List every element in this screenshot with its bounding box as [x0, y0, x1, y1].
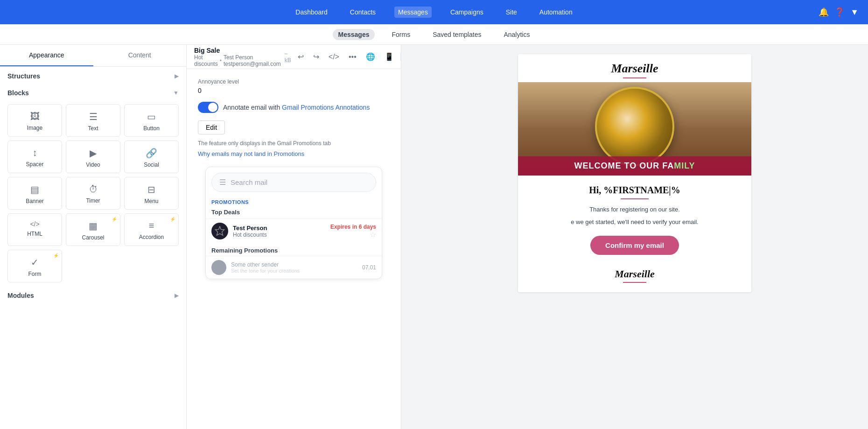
toolbar-title: Big Sale	[194, 47, 281, 54]
block-accordion-label: Accordion	[139, 234, 164, 240]
tab-content[interactable]: Content	[93, 45, 187, 66]
modules-arrow[interactable]: ▶	[175, 292, 179, 299]
settings-panel: Big Sale Hot discounts • Test Person tes…	[187, 45, 401, 429]
nav-messages[interactable]: Messages	[394, 7, 432, 18]
gmail-annotations-link[interactable]: Gmail Promotions Annotations	[282, 104, 370, 111]
block-text-label: Text	[88, 125, 98, 132]
pizza-hero-area: WELCOME TO OUR FAMILY	[518, 82, 751, 176]
carousel-icon: ▦	[89, 220, 98, 232]
code-button[interactable]: </>	[326, 51, 342, 63]
subnav-messages[interactable]: Messages	[333, 29, 375, 40]
user-dropdown[interactable]: ▼	[850, 7, 859, 17]
gmail-star[interactable]: ☆	[330, 230, 376, 239]
menu-icon: ⊟	[147, 184, 155, 195]
subnav-analytics[interactable]: Analytics	[498, 29, 535, 40]
gmail-other-avatar	[211, 260, 226, 275]
blocks-section: Blocks ▼	[0, 84, 186, 100]
gmail-section-label: PROMOTIONS	[206, 197, 382, 207]
nav-automation[interactable]: Automation	[536, 7, 576, 18]
block-carousel[interactable]: ⚡ ▦ Carousel	[66, 213, 120, 246]
gmail-top-deals: Top Deals	[206, 207, 382, 218]
email-footer-underline	[623, 282, 646, 283]
structures-section: Structures ▶	[0, 67, 186, 84]
block-timer-label: Timer	[86, 197, 100, 204]
redo-button[interactable]: ↪	[310, 50, 322, 63]
gmail-sender-avatar	[211, 223, 228, 239]
help-icon[interactable]: ❓	[834, 7, 845, 17]
gmail-preview: ☰ Search mail PROMOTIONS Top Deals Test …	[205, 167, 382, 279]
gmail-annotations-toggle[interactable]	[198, 102, 218, 113]
subnav-saved-templates[interactable]: Saved templates	[427, 29, 487, 40]
gmail-search-icon: ☰	[219, 178, 226, 187]
tab-appearance[interactable]: Appearance	[0, 45, 93, 66]
test-button[interactable]: TEST	[400, 52, 401, 62]
accordion-icon: ≡	[149, 220, 154, 231]
svg-marker-0	[216, 226, 224, 235]
form-icon: ✓	[31, 257, 39, 268]
bell-icon[interactable]: 🔔	[819, 7, 829, 17]
edit-button[interactable]: Edit	[198, 120, 225, 134]
email-body-text1: Thanks for registering on our site.	[527, 205, 742, 215]
banner-icon: ▤	[30, 184, 39, 195]
block-spacer[interactable]: ↕ Spacer	[7, 141, 62, 173]
block-menu[interactable]: ⊟ Menu	[124, 177, 179, 210]
block-social[interactable]: 🔗 Social	[124, 141, 179, 173]
nav-campaigns[interactable]: Campaigns	[447, 7, 487, 18]
sub-nav: Messages Forms Saved templates Analytics	[0, 24, 868, 45]
panel-body: Annoyance level 0 Annotate email with Gm…	[187, 69, 401, 298]
nav-dashboard[interactable]: Dashboard	[292, 7, 331, 18]
gmail-expires-days: 6 days	[359, 224, 376, 230]
block-html[interactable]: </> HTML	[7, 213, 62, 246]
carousel-lightning: ⚡	[112, 217, 117, 222]
structures-label: Structures	[7, 72, 40, 80]
blocks-arrow[interactable]: ▼	[173, 90, 179, 96]
sidebar-tabs: Appearance Content	[0, 45, 186, 67]
video-icon: ▶	[90, 148, 97, 159]
gmail-search-placeholder: Search mail	[231, 178, 267, 186]
block-menu-label: Menu	[144, 198, 158, 204]
block-video[interactable]: ▶ Video	[66, 141, 120, 173]
subnav-forms[interactable]: Forms	[386, 29, 416, 40]
toolbar-info: Big Sale Hot discounts • Test Person tes…	[194, 47, 281, 67]
toggle-text-before: Annotate email with	[223, 104, 280, 111]
modules-section: Modules ▶	[0, 286, 186, 305]
gmail-expires: Expires in 6 days	[330, 224, 376, 230]
more-button[interactable]: •••	[346, 51, 359, 63]
gmail-other-subject: Set the tone for your creations	[231, 268, 362, 274]
block-text[interactable]: ☰ Text	[66, 104, 120, 137]
block-form[interactable]: ⚡ ✓ Form	[7, 250, 62, 282]
globe-button[interactable]: 🌐	[363, 50, 378, 63]
dot-separator: •	[220, 57, 222, 64]
button-icon: ▭	[147, 111, 156, 122]
gmail-search[interactable]: ☰ Search mail	[211, 173, 376, 192]
top-nav-right: 🔔 ❓ ▼	[819, 7, 859, 17]
block-image-label: Image	[27, 125, 42, 131]
device-button[interactable]: 📱	[382, 50, 397, 63]
block-button[interactable]: ▭ Button	[124, 104, 179, 137]
toggle-row: Annotate email with Gmail Promotions Ann…	[198, 102, 390, 113]
email-preview-card: Marseille WELCOME TO OUR FAMILY Hi, %FIR…	[518, 54, 751, 292]
why-link[interactable]: Why emails may not land in Promotions	[198, 150, 390, 157]
block-video-label: Video	[86, 162, 100, 168]
block-timer[interactable]: ⏱ Timer	[66, 177, 120, 210]
toolbar-kb: – kB	[285, 50, 291, 63]
email-hero-underline	[623, 77, 646, 78]
nav-contacts[interactable]: Contacts	[346, 7, 379, 18]
email-underline	[621, 198, 649, 199]
block-spacer-label: Spacer	[26, 161, 43, 168]
undo-button[interactable]: ↩	[295, 50, 307, 63]
image-icon: 🖼	[30, 111, 40, 122]
toolbar-sender: Test Person testperson@gmail.com	[224, 54, 281, 67]
nav-site[interactable]: Site	[502, 7, 521, 18]
confirm-email-button[interactable]: Confirm my email	[590, 236, 679, 255]
annoyance-value: 0	[198, 87, 390, 94]
gmail-other-date: 07.01	[362, 264, 376, 271]
block-image[interactable]: 🖼 Image	[7, 104, 62, 137]
structures-arrow[interactable]: ▶	[175, 73, 179, 79]
gmail-sender-name: Test Person	[233, 225, 330, 232]
gmail-other-name: Some other sender	[231, 261, 362, 268]
block-accordion[interactable]: ⚡ ≡ Accordion	[124, 213, 179, 246]
block-banner[interactable]: ▤ Banner	[7, 177, 62, 210]
toolbar-subtitle: Hot discounts • Test Person testperson@g…	[194, 54, 281, 67]
welcome-text-green: MILY	[674, 161, 695, 170]
